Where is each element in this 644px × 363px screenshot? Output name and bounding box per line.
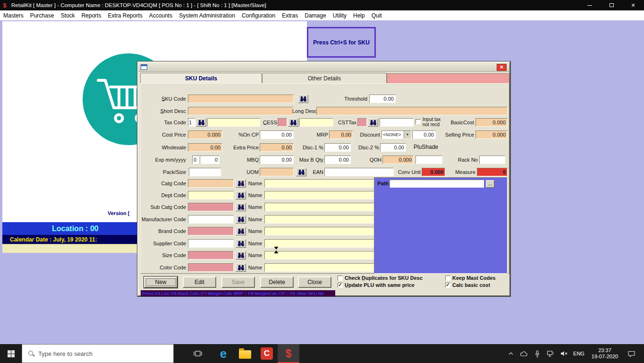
threshold-input[interactable]: 0.00 [369, 95, 396, 103]
size-name-input[interactable] [264, 251, 374, 259]
sub-catg-code-input[interactable] [188, 203, 234, 211]
qoh-secondary-input[interactable] [415, 156, 442, 164]
extra-price-input[interactable]: 0.00 [260, 143, 294, 152]
sku-code-lookup-button[interactable] [298, 95, 308, 103]
ctrl-s-sku-button[interactable]: Press Ctrl+S for SKU [307, 27, 376, 58]
update-plu-checkbox[interactable]: ✓ U̲pdate PLU with same price [338, 282, 415, 288]
menu-extra-reports[interactable]: Extra Reports [104, 12, 145, 19]
dialog-titlebar[interactable]: × [138, 62, 509, 72]
menu-accounts[interactable]: Accounts [146, 12, 176, 19]
sub-catg-code-lookup-button[interactable] [236, 203, 246, 211]
window-close-button[interactable]: × [622, 0, 644, 10]
task-view-button[interactable] [187, 344, 209, 363]
volume-button[interactable] [558, 350, 569, 357]
dialog-close-button[interactable]: × [497, 64, 507, 71]
edge-button[interactable]: e [212, 344, 234, 363]
menu-reports[interactable]: Reports [78, 12, 104, 19]
menu-stock[interactable]: Stock [57, 12, 78, 19]
microphone-button[interactable] [532, 350, 543, 357]
delete-button[interactable]: Delete [260, 277, 294, 288]
disc2-input[interactable]: 0.00 [380, 143, 406, 152]
menu-configuration[interactable]: Configuration [238, 12, 279, 19]
tab-other-details[interactable]: Other Details [262, 73, 387, 83]
csttax-code-input[interactable] [357, 118, 367, 127]
dept-code-lookup-button[interactable] [236, 191, 246, 199]
tax-code-input[interactable]: 1 [188, 118, 195, 127]
check-duplicates-checkbox[interactable]: Check D̲uplicates for SKU Desc [338, 275, 423, 281]
supplier-name-input[interactable] [264, 239, 374, 248]
network-button[interactable] [545, 350, 556, 357]
input-tax-not-recd-checkbox[interactable] [415, 119, 421, 124]
discount-value-input[interactable]: 0.00 [412, 130, 436, 139]
tab-sku-details[interactable]: SKU Details [140, 73, 262, 83]
retailkit-taskbar-button[interactable]: $ [278, 344, 299, 363]
short-desc-input[interactable] [188, 107, 294, 115]
mbq-input[interactable]: 0.00 [260, 156, 294, 164]
tax-code-name-input[interactable] [207, 118, 260, 127]
uom-input[interactable] [260, 168, 294, 176]
path-input[interactable] [390, 180, 484, 188]
file-explorer-button[interactable] [234, 344, 256, 363]
wholesale-input[interactable]: 0.00 [188, 143, 222, 152]
brand-name-input[interactable] [264, 227, 374, 235]
catg-code-input[interactable] [188, 179, 234, 188]
sku-code-input[interactable] [188, 95, 294, 103]
dept-name-input[interactable] [264, 191, 374, 199]
start-button[interactable] [0, 344, 22, 363]
cess-value-input[interactable] [299, 118, 333, 127]
pack-size-input[interactable] [189, 168, 221, 176]
selling-price-input[interactable]: 0.000 [475, 130, 508, 139]
color-code-input[interactable] [188, 263, 234, 272]
color-code-lookup-button[interactable] [236, 263, 246, 272]
hidden-icons-button[interactable] [505, 350, 517, 357]
sub-catg-name-input[interactable] [264, 203, 374, 211]
taskbar-search[interactable]: Type here to search [22, 344, 174, 363]
ean-input[interactable] [324, 168, 394, 176]
menu-help[interactable]: Help [350, 12, 368, 19]
qoh-input[interactable]: 0.000 [382, 156, 414, 164]
camtasia-button[interactable]: C [256, 344, 278, 363]
basic-cost-input[interactable]: 0.000 [475, 118, 508, 127]
cess-code-input[interactable] [278, 118, 287, 127]
catg-name-input[interactable] [264, 179, 374, 188]
menu-system-administration[interactable]: System Administration [176, 12, 238, 19]
keep-mast-codes-checkbox[interactable]: Keep Mast Codes [445, 275, 496, 281]
clock[interactable]: 23:37 19-07-2020 [588, 347, 621, 360]
size-code-input[interactable] [188, 251, 234, 259]
uom-lookup-button[interactable] [296, 168, 306, 176]
cost-price-input[interactable]: 0.000 [188, 130, 222, 139]
manufacturer-code-lookup-button[interactable] [236, 215, 246, 224]
action-center-button[interactable] [623, 350, 639, 357]
percent-on-cp-input[interactable]: 0.00 [260, 130, 294, 139]
path-browse-button[interactable]: ... [486, 180, 494, 188]
supplier-code-lookup-button[interactable] [236, 239, 246, 248]
max-b-qty-input[interactable]: 0.00 [324, 156, 351, 164]
close-button[interactable]: Close [298, 277, 331, 288]
manufacturer-code-input[interactable] [188, 215, 234, 224]
menu-damage[interactable]: Damage [301, 12, 329, 19]
brand-code-input[interactable] [188, 227, 234, 235]
menu-purchase[interactable]: Purchase [27, 12, 58, 19]
dept-code-input[interactable] [188, 191, 234, 199]
new-button[interactable]: New [144, 277, 178, 288]
exp-mm-input[interactable]: 0 [192, 156, 200, 164]
edit-button[interactable]: Edit [183, 277, 216, 288]
long-desc-input[interactable] [316, 107, 508, 115]
catg-code-lookup-button[interactable] [236, 179, 246, 188]
menu-masters[interactable]: Masters [0, 12, 27, 19]
measure-input[interactable]: 0 [477, 168, 508, 176]
tax-code-lookup-button[interactable] [196, 118, 206, 127]
size-code-lookup-button[interactable] [236, 251, 246, 259]
disc1-input[interactable]: 0.00 [324, 143, 351, 152]
onedrive-button[interactable] [518, 351, 530, 357]
calc-basic-cost-checkbox[interactable]: ✓ Calc basic cost [445, 282, 490, 288]
menu-extras[interactable]: Extras [279, 12, 301, 19]
menu-utility[interactable]: Utility [330, 12, 350, 19]
conv-unit-input[interactable]: 0.000 [422, 168, 445, 176]
manufacturer-name-input[interactable] [264, 215, 374, 224]
menu-quit[interactable]: Quit [368, 12, 385, 19]
language-indicator[interactable]: ENG [571, 351, 586, 356]
mrp-input[interactable]: 0.00 [329, 130, 353, 139]
brand-code-lookup-button[interactable] [236, 227, 246, 235]
minimize-button[interactable] [579, 0, 601, 10]
